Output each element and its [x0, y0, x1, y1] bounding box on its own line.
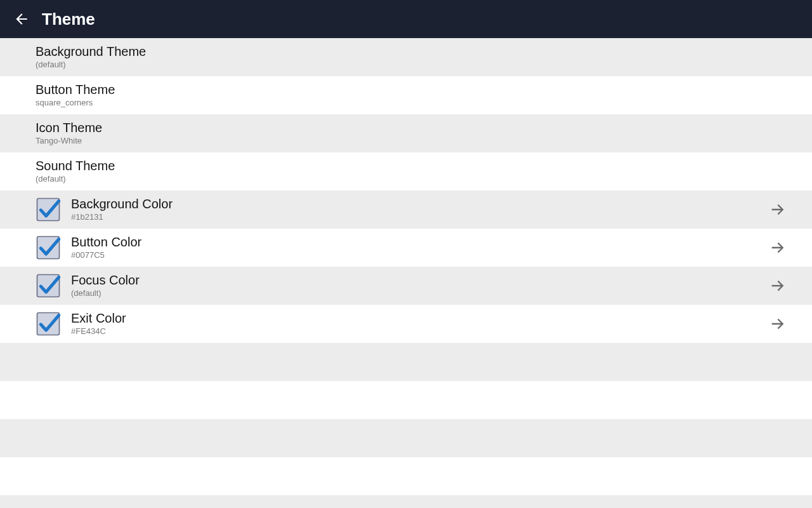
row-text: Button Color #0077C5: [71, 235, 769, 260]
checkbox-checked-icon: [36, 197, 61, 222]
row-sublabel: #0077C5: [71, 251, 769, 260]
row-label: Focus Color: [71, 273, 769, 288]
arrow-right-icon: [769, 277, 787, 295]
row-icon-theme[interactable]: Icon Theme Tango-White: [0, 114, 812, 152]
row-text: Background Color #1b2131: [71, 197, 769, 222]
row-label: Background Theme: [36, 44, 787, 59]
checkbox-checked-icon: [36, 311, 61, 337]
row-button-color[interactable]: Button Color #0077C5: [0, 229, 812, 267]
row-label: Icon Theme: [36, 121, 787, 135]
row-sublabel: (default): [71, 289, 769, 298]
arrow-right-icon: [769, 239, 787, 257]
checkbox-checked-icon: [36, 235, 61, 260]
filler-stripe: [0, 495, 812, 508]
row-sublabel: #FE434C: [71, 327, 769, 337]
filler-stripe: [0, 419, 812, 457]
row-focus-color[interactable]: Focus Color (default): [0, 267, 812, 305]
arrow-right-icon: [769, 315, 787, 333]
row-text: Icon Theme Tango-White: [36, 121, 787, 146]
row-text: Button Theme square_corners: [36, 83, 787, 108]
arrow-right-icon: [769, 201, 787, 218]
row-sublabel: square_corners: [36, 98, 787, 108]
filler-stripe: [0, 343, 812, 381]
filler-stripe: [0, 381, 812, 419]
page-title: Theme: [42, 10, 95, 29]
row-background-theme[interactable]: Background Theme (default): [0, 38, 812, 76]
row-text: Background Theme (default): [36, 44, 787, 70]
row-sound-theme[interactable]: Sound Theme (default): [0, 152, 812, 190]
row-sublabel: Tango-White: [36, 137, 787, 146]
row-label: Background Color: [71, 197, 769, 211]
row-label: Button Color: [71, 235, 769, 250]
row-sublabel: #1b2131: [71, 213, 769, 222]
header-bar: Theme: [0, 0, 812, 38]
settings-list: Background Theme (default) Button Theme …: [0, 38, 812, 508]
row-exit-color[interactable]: Exit Color #FE434C: [0, 305, 812, 343]
filler-stripe: [0, 457, 812, 495]
row-text: Sound Theme (default): [36, 159, 787, 184]
row-sublabel: (default): [36, 175, 787, 184]
row-text: Exit Color #FE434C: [71, 311, 769, 337]
back-button[interactable]: [11, 9, 32, 29]
checkbox-checked-icon: [36, 273, 61, 298]
row-background-color[interactable]: Background Color #1b2131: [0, 190, 812, 229]
row-label: Button Theme: [36, 83, 787, 97]
back-arrow-icon: [13, 11, 30, 27]
row-text: Focus Color (default): [71, 273, 769, 298]
row-sublabel: (default): [36, 60, 787, 70]
row-label: Exit Color: [71, 311, 769, 326]
row-button-theme[interactable]: Button Theme square_corners: [0, 76, 812, 114]
row-label: Sound Theme: [36, 159, 787, 173]
